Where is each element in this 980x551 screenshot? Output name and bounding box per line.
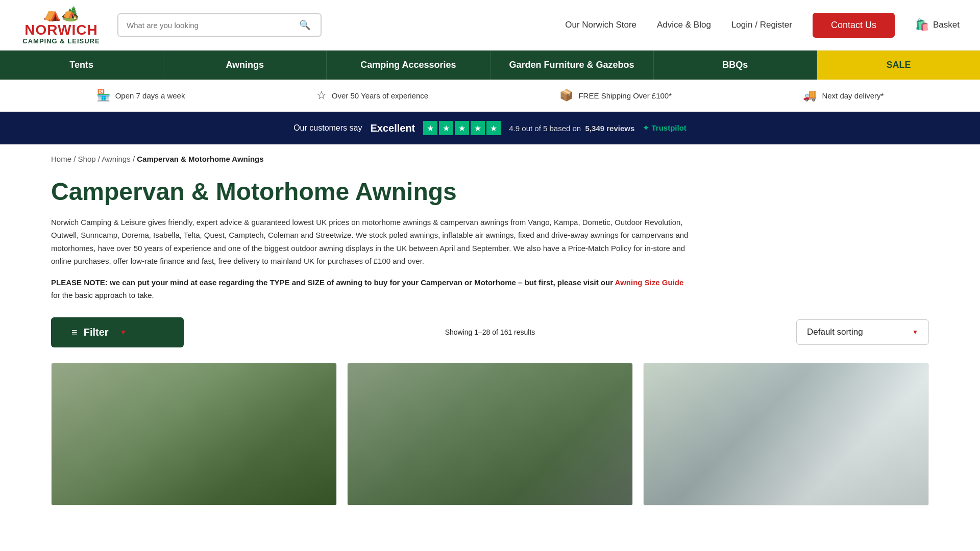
main-content: Campervan & Motorhome Awnings Norwich Ca… <box>0 173 980 521</box>
nav-camping-accessories[interactable]: Camping Accessories <box>327 51 490 80</box>
feature-experience-text: Over 50 Years of experience <box>332 91 428 100</box>
logo-icon: ⛺🏕️ <box>43 5 79 22</box>
nav-garden-furniture[interactable]: Garden Furniture & Gazebos <box>491 51 654 80</box>
trustpilot-rating-value: 4.9 out of 5 based on <box>509 124 581 133</box>
star-icon: ☆ <box>316 89 327 102</box>
basket-label: Basket <box>933 20 960 30</box>
sort-label: Default sorting <box>807 327 863 337</box>
feature-shipping-text: FREE Shipping Over £100* <box>578 91 672 100</box>
feature-open: 🏪 Open 7 days a week <box>96 89 185 102</box>
search-button[interactable]: 🔍 <box>292 14 317 36</box>
sort-select[interactable]: Default sorting ▼ <box>796 319 929 345</box>
breadcrumb-awnings[interactable]: Awnings <box>102 155 130 163</box>
trustpilot-rating-label: Excellent <box>370 122 415 134</box>
logo[interactable]: ⛺🏕️ NORWICH CAMPING & LEISURE <box>20 5 102 45</box>
nav-awnings[interactable]: Awnings <box>163 51 327 80</box>
blog-link[interactable]: Advice & Blog <box>657 20 711 30</box>
trustpilot-review-count: 5,349 reviews <box>585 124 635 133</box>
feature-open-text: Open 7 days a week <box>115 91 185 100</box>
trustpilot-stars: ★ ★ ★ ★ ★ <box>423 121 501 135</box>
store-icon: 🏪 <box>96 89 110 102</box>
site-header: ⛺🏕️ NORWICH CAMPING & LEISURE 🔍 Our Norw… <box>0 0 980 51</box>
sort-arrow-icon: ▼ <box>912 329 918 336</box>
page-note-bold: PLEASE NOTE: we can put your mind at eas… <box>51 278 615 287</box>
breadcrumb-shop[interactable]: Shop <box>78 155 96 163</box>
product-image-2 <box>348 363 632 506</box>
breadcrumb: Home / Shop / Awnings / Campervan & Moto… <box>0 144 980 173</box>
nav-tents[interactable]: Tents <box>0 51 163 80</box>
page-note-end: for the basic approach to take. <box>51 291 154 299</box>
login-link[interactable]: Login / Register <box>731 20 792 30</box>
page-description: Norwich Camping & Leisure gives friendly… <box>51 216 694 268</box>
product-card-2[interactable] <box>347 363 633 506</box>
store-link[interactable]: Our Norwich Store <box>565 20 636 30</box>
product-grid <box>51 363 929 506</box>
logo-subtitle: CAMPING & LEISURE <box>22 37 100 45</box>
product-image-3 <box>644 363 928 506</box>
star-5: ★ <box>486 121 501 135</box>
filter-arrow-icon: ▼ <box>120 328 127 336</box>
search-bar: 🔍 <box>117 13 322 37</box>
results-count: Showing 1–28 of 161 results <box>445 328 535 336</box>
features-bar: 🏪 Open 7 days a week ☆ Over 50 Years of … <box>0 80 980 112</box>
basket-area[interactable]: 🛍️ Basket <box>915 18 960 32</box>
trustpilot-score: 4.9 out of 5 based on 5,349 reviews <box>509 124 634 133</box>
logo-name: NORWICH <box>24 23 97 37</box>
awning-size-guide-link[interactable]: Awning Size Guide <box>615 278 684 287</box>
filter-icon: ≡ <box>71 327 78 338</box>
feature-delivery: 🚚 Next day delivery* <box>803 89 884 102</box>
breadcrumb-current: Campervan & Motorhome Awnings <box>137 155 263 163</box>
search-input[interactable] <box>118 15 292 36</box>
trustpilot-brand: ✦ Trustpilot <box>643 123 687 133</box>
feature-shipping: 📦 FREE Shipping Over £100* <box>559 89 672 102</box>
trustpilot-bar: Our customers say Excellent ★ ★ ★ ★ ★ 4.… <box>0 112 980 144</box>
contact-button[interactable]: Contact Us <box>813 13 895 38</box>
star-1: ★ <box>423 121 437 135</box>
feature-delivery-text: Next day delivery* <box>822 91 884 100</box>
basket-icon: 🛍️ <box>915 18 929 32</box>
package-icon: 📦 <box>559 89 573 102</box>
filter-sort-bar: ≡ Filter ▼ Showing 1–28 of 161 results D… <box>51 302 929 358</box>
trustpilot-customers-say: Our customers say <box>293 123 362 133</box>
star-3: ★ <box>455 121 469 135</box>
product-image-1 <box>52 363 336 506</box>
filter-button[interactable]: ≡ Filter ▼ <box>51 317 184 347</box>
nav-bbqs[interactable]: BBQs <box>654 51 817 80</box>
star-4: ★ <box>471 121 485 135</box>
product-card-3[interactable] <box>643 363 929 506</box>
page-note: PLEASE NOTE: we can put your mind at eas… <box>51 276 694 302</box>
star-2: ★ <box>439 121 453 135</box>
page-title: Campervan & Motorhome Awnings <box>51 179 929 206</box>
truck-icon: 🚚 <box>803 89 817 102</box>
main-nav: Tents Awnings Camping Accessories Garden… <box>0 51 980 80</box>
feature-experience: ☆ Over 50 Years of experience <box>316 89 428 102</box>
product-card-1[interactable] <box>51 363 337 506</box>
header-nav: Our Norwich Store Advice & Blog Login / … <box>565 13 960 38</box>
filter-label: Filter <box>84 327 109 338</box>
nav-sale[interactable]: SALE <box>817 51 980 80</box>
breadcrumb-home[interactable]: Home <box>51 155 71 163</box>
